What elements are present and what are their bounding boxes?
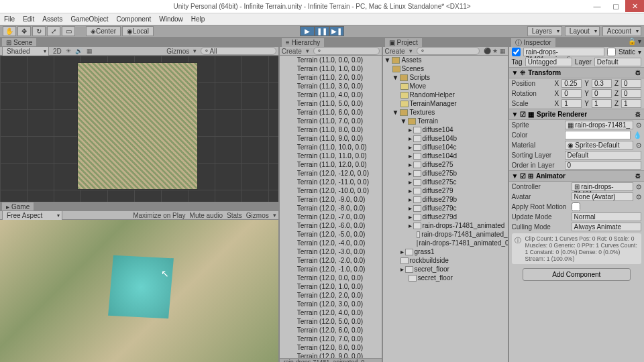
close-button[interactable]: ✕ [625, 0, 644, 12]
project-item[interactable]: ▸ diffuse104d [383, 152, 508, 160]
step-button[interactable]: ▶❚ [329, 26, 344, 36]
animator-header[interactable]: ▼ ☑ ⊞ Animator⛭ [509, 170, 644, 182]
layers-dropdown[interactable]: Layers [527, 26, 562, 36]
rootmotion-checkbox[interactable] [572, 202, 580, 211]
menu-window[interactable]: Window [159, 15, 183, 23]
project-item[interactable]: ▸ diffuse275b [383, 169, 508, 178]
game-view[interactable] [0, 220, 278, 362]
project-item[interactable]: Move [383, 82, 508, 90]
project-create[interactable]: Create [385, 48, 405, 55]
hierarchy-item[interactable]: Terrain (12.0, -5.0, 0.0) [280, 230, 382, 239]
project-item[interactable]: rain-drops-71481_animated_0 [383, 239, 508, 247]
hierarchy-item[interactable]: Terrain (12.0, -6.0, 0.0) [280, 221, 382, 230]
hierarchy-item[interactable]: Terrain (12.0, 0.0, 0.0) [280, 274, 382, 282]
hierarchy-item[interactable]: Terrain (12.0, 6.0, 0.0) [280, 326, 382, 335]
inspector-tab[interactable]: ⓘ Inspector [511, 38, 556, 47]
project-item[interactable]: TerrainManager [383, 99, 508, 108]
scene-shading[interactable]: Shaded [2, 46, 49, 56]
hierarchy-create[interactable]: Create [282, 48, 302, 55]
hierarchy-item[interactable]: Terrain (11.0, 10.0, 0.0) [280, 143, 382, 152]
spriterenderer-header[interactable]: ▼ ☑ ▦ Sprite Renderer⛭ [509, 109, 644, 120]
project-item[interactable]: ▸ diffuse279b [383, 195, 508, 204]
rot-z[interactable]: 0 [621, 89, 641, 98]
material-field[interactable]: ◉ Sprites-Default [565, 141, 633, 149]
hierarchy-item[interactable]: Terrain (12.0, -10.0, 0.0) [280, 186, 382, 195]
layout-dropdown[interactable]: Layout [565, 26, 600, 36]
add-component-button[interactable]: Add Component [523, 268, 631, 281]
project-search[interactable]: ᵒ [417, 47, 480, 55]
hierarchy-item[interactable]: Terrain (11.0, 11.0, 0.0) [280, 152, 382, 160]
hierarchy-item[interactable]: Terrain (11.0, 9.0, 0.0) [280, 134, 382, 143]
hierarchy-item[interactable]: Terrain (12.0, 9.0, 0.0) [280, 352, 382, 358]
project-item[interactable]: ▼ Assets [383, 56, 508, 64]
color-field[interactable] [565, 131, 631, 139]
updatemode-field[interactable]: Normal [572, 213, 641, 221]
game-maximize[interactable]: Maximize on Play [133, 212, 185, 219]
hierarchy-item[interactable]: Terrain (12.0, -12.0, 0.0) [280, 169, 382, 178]
project-item[interactable]: rain-drops-71481_animated_ [383, 230, 508, 239]
hierarchy-item[interactable]: Terrain (11.0, 0.0, 0.0) [280, 56, 382, 64]
hierarchy-item[interactable]: Terrain (11.0, 6.0, 0.0) [280, 108, 382, 117]
hierarchy-item[interactable]: Terrain (12.0, 8.0, 0.0) [280, 343, 382, 352]
project-item[interactable]: ▸ diffuse104b [383, 134, 508, 143]
scale-tool[interactable]: ⤢ [47, 26, 60, 36]
game-gizmos[interactable]: Gizmos [246, 212, 269, 219]
hierarchy-item[interactable]: Terrain (12.0, -8.0, 0.0) [280, 204, 382, 213]
hierarchy-item[interactable]: Terrain (12.0, -7.0, 0.0) [280, 213, 382, 221]
sortlayer-field[interactable]: Default [565, 151, 641, 160]
play-button[interactable]: ▶ [300, 26, 315, 36]
scale-y[interactable]: 1 [592, 99, 612, 108]
tag-dropdown[interactable]: Untagged [525, 58, 572, 66]
project-item[interactable]: ▼ Terrain [383, 117, 508, 125]
project-item[interactable]: ▸ rain-drops-71481_animated [383, 221, 508, 230]
controller-field[interactable]: ⊞ rain-drops-71481_ [572, 182, 633, 191]
hierarchy-item[interactable]: Terrain (12.0, -11.0, 0.0) [280, 178, 382, 186]
project-item[interactable]: ▸ diffuse275c [383, 178, 508, 186]
scene-gizmos[interactable]: Gizmos [166, 48, 189, 55]
project-item[interactable]: ▼ Textures [383, 108, 508, 117]
hierarchy-item[interactable]: Terrain (12.0, -9.0, 0.0) [280, 195, 382, 204]
rot-x[interactable]: 0 [561, 89, 582, 98]
menu-assets[interactable]: Assets [42, 15, 62, 23]
scene-fx-toggle[interactable]: ▦ [87, 48, 93, 54]
menu-gameobject[interactable]: GameObject [70, 15, 108, 23]
hierarchy-item[interactable]: Terrain (12.0, -1.0, 0.0) [280, 265, 382, 274]
project-item[interactable]: RandomHelper [383, 90, 508, 99]
hierarchy-item[interactable]: Terrain (12.0, 1.0, 0.0) [280, 282, 382, 291]
pos-z[interactable]: 0 [621, 79, 641, 88]
object-name-field[interactable]: rain-drops-71481_animati [523, 48, 604, 56]
hierarchy-item[interactable]: Terrain (11.0, 12.0, 0.0) [280, 160, 382, 169]
pos-x[interactable]: 0.25 [561, 79, 582, 88]
game-stats[interactable]: Stats [227, 212, 242, 219]
scene-search[interactable]: ᵒ All [201, 47, 276, 55]
object-enabled[interactable] [512, 48, 521, 56]
hand-tool[interactable]: ✋ [3, 26, 16, 36]
menu-component[interactable]: Component [117, 15, 152, 23]
scale-x[interactable]: 1 [561, 99, 582, 108]
cullmode-field[interactable]: Always Animate [572, 223, 641, 231]
pivot-center[interactable]: ◈ Center [86, 26, 121, 36]
menu-file[interactable]: File [4, 15, 15, 23]
scene-2d-toggle[interactable]: 2D [53, 48, 62, 55]
project-tab[interactable]: ▣ Project [384, 38, 423, 47]
project-item[interactable]: ▸ diffuse104 [383, 125, 508, 134]
project-item[interactable]: ▸ diffuse279c [383, 204, 508, 213]
hierarchy-item[interactable]: Terrain (11.0, 3.0, 0.0) [280, 82, 382, 90]
project-item[interactable]: ▸ diffuse104c [383, 143, 508, 152]
scene-light-toggle[interactable]: ☀ [66, 48, 71, 54]
hierarchy-item[interactable]: Terrain (11.0, 5.0, 0.0) [280, 99, 382, 108]
hierarchy-search[interactable]: ᵒ [313, 47, 380, 55]
project-item[interactable]: ▸ diffuse279d [383, 213, 508, 221]
scene-view[interactable] [0, 56, 278, 202]
hierarchy-item[interactable]: Terrain (12.0, 2.0, 0.0) [280, 291, 382, 300]
hierarchy-item[interactable]: Terrain (12.0, -3.0, 0.0) [280, 247, 382, 256]
game-mute[interactable]: Mute audio [190, 212, 223, 219]
scene-audio-toggle[interactable]: 🔊 [75, 48, 83, 54]
minimize-button[interactable]: — [588, 0, 606, 12]
rect-tool[interactable]: ▭ [62, 26, 75, 36]
hierarchy-item[interactable]: Terrain (11.0, 7.0, 0.0) [280, 117, 382, 125]
hierarchy-item[interactable]: Terrain (11.0, 1.0, 0.0) [280, 64, 382, 73]
hierarchy-item[interactable]: Terrain (11.0, 2.0, 0.0) [280, 73, 382, 82]
project-item[interactable]: secret_floor [383, 274, 508, 282]
move-tool[interactable]: ✥ [17, 26, 31, 36]
